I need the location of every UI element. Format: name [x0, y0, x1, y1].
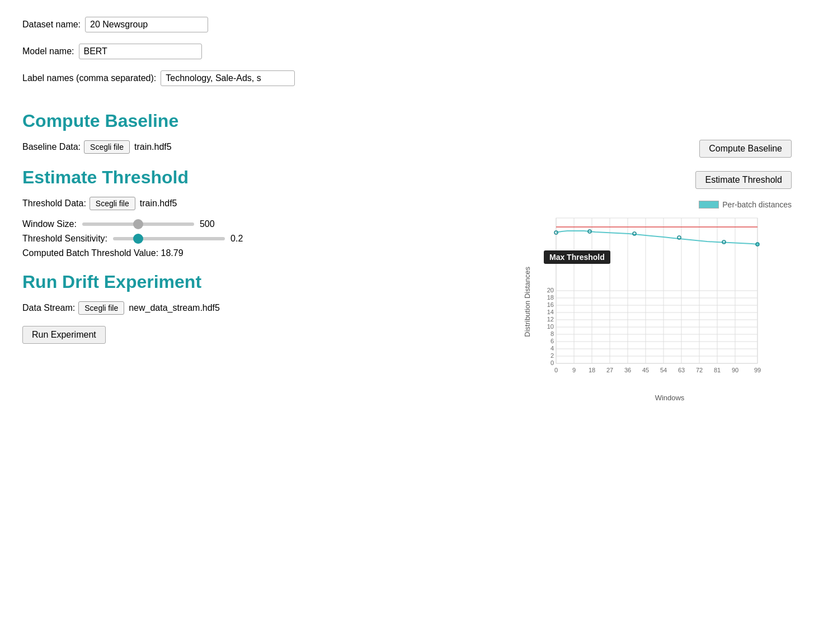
svg-text:20: 20	[547, 287, 554, 293]
threshold-sensitivity-value: 0.2	[230, 234, 243, 244]
run-experiment-button[interactable]: Run Experiment	[22, 326, 106, 344]
compute-baseline-title: Compute Baseline	[22, 111, 501, 131]
threshold-sensitivity-slider[interactable]	[113, 237, 225, 240]
threshold-sensitivity-label: Threshold Sensitivity:	[22, 234, 107, 244]
svg-text:72: 72	[696, 367, 703, 373]
svg-point-54	[756, 243, 759, 246]
svg-text:14: 14	[547, 309, 554, 315]
svg-text:8: 8	[550, 330, 554, 337]
chart-svg: 0 2 4 6 8 10 12 14 16 18 20 0 9	[534, 212, 769, 391]
window-size-value: 500	[200, 219, 215, 229]
label-names-label: Label names (comma separated):	[22, 73, 156, 83]
svg-text:27: 27	[606, 367, 613, 373]
svg-text:18: 18	[547, 294, 554, 301]
baseline-data-label: Baseline Data:	[22, 142, 81, 152]
svg-text:4: 4	[550, 345, 554, 352]
svg-text:12: 12	[547, 316, 554, 323]
svg-text:16: 16	[547, 301, 554, 308]
svg-text:63: 63	[678, 367, 685, 373]
svg-text:90: 90	[732, 367, 738, 373]
window-size-label: Window Size:	[22, 219, 77, 229]
computed-threshold-value: 18.79	[161, 248, 183, 258]
chart-legend-label: Per-batch distances	[722, 200, 792, 209]
threshold-file-button[interactable]: Scegli file	[90, 197, 135, 210]
svg-text:81: 81	[714, 367, 721, 373]
chart-area: Per-batch distances Distribution Distanc…	[523, 200, 792, 402]
baseline-file-button[interactable]: Scegli file	[84, 140, 130, 154]
data-stream-file-button[interactable]: Scegli file	[78, 301, 124, 315]
estimate-threshold-title: Estimate Threshold	[22, 167, 501, 188]
estimate-threshold-button[interactable]: Estimate Threshold	[695, 171, 792, 189]
baseline-file-name: train.hdf5	[134, 142, 172, 152]
threshold-file-name: train.hdf5	[140, 198, 177, 209]
data-stream-file-name: new_data_stream.hdf5	[129, 303, 220, 313]
svg-text:18: 18	[589, 367, 595, 373]
run-drift-title: Run Drift Experiment	[22, 272, 501, 292]
svg-text:36: 36	[624, 367, 631, 373]
model-name-input[interactable]	[79, 44, 202, 59]
svg-text:6: 6	[550, 338, 554, 344]
svg-text:9: 9	[572, 367, 576, 373]
label-names-input[interactable]	[161, 70, 295, 86]
threshold-data-label: Threshold Data:	[22, 198, 86, 209]
svg-text:10: 10	[547, 323, 554, 330]
model-name-label: Model name:	[22, 46, 74, 56]
svg-text:0: 0	[550, 359, 554, 366]
legend-color-swatch	[699, 201, 719, 209]
data-stream-label: Data Stream:	[22, 303, 75, 313]
x-axis-label: Windows	[548, 394, 792, 402]
window-size-slider[interactable]	[82, 222, 194, 226]
compute-baseline-button[interactable]: Compute Baseline	[699, 140, 792, 158]
svg-text:99: 99	[754, 367, 761, 373]
svg-text:54: 54	[660, 367, 667, 373]
dataset-name-input[interactable]	[85, 17, 208, 32]
dataset-name-label: Dataset name:	[22, 20, 81, 30]
svg-text:0: 0	[554, 367, 558, 373]
svg-text:2: 2	[550, 352, 554, 359]
y-axis-label: Distribution Distances	[523, 267, 531, 337]
computed-threshold-label: Computed Batch Threshold Value:	[22, 248, 158, 258]
svg-text:45: 45	[642, 367, 649, 373]
